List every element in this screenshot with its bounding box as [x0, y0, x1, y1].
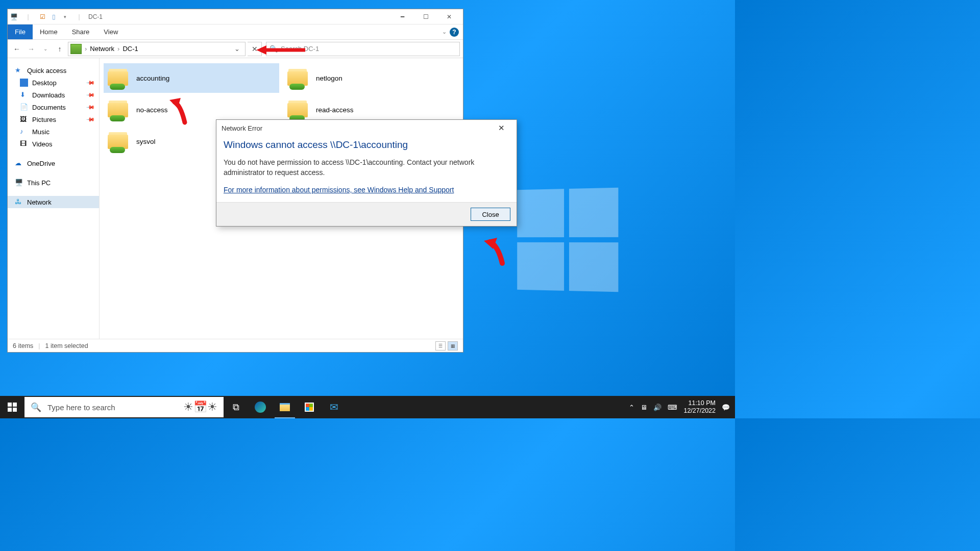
- sidebar-item-desktop[interactable]: Desktop📌: [8, 77, 99, 89]
- network-pc-icon: [70, 44, 82, 54]
- sidebar-this-pc[interactable]: 🖥️This PC: [8, 177, 99, 189]
- downloads-icon: ⬇: [20, 91, 28, 99]
- search-placeholder: Type here to search: [47, 403, 115, 412]
- pin-icon: 📌: [85, 114, 95, 124]
- network-icon: 🖧: [15, 198, 23, 206]
- forward-button[interactable]: →: [25, 43, 37, 55]
- qat-dropdown-icon[interactable]: ▾: [61, 13, 69, 21]
- dialog-help-link[interactable]: For more information about permissions, …: [224, 186, 509, 194]
- sidebar-network[interactable]: 🖧Network: [8, 196, 99, 208]
- tray-time: 11:10 PM: [683, 399, 716, 407]
- checkbox-icon[interactable]: ☑: [38, 13, 46, 21]
- pin-icon: 📌: [85, 90, 95, 99]
- search-icon: 🔍: [270, 45, 278, 53]
- network-error-dialog: Network Error ✕ Windows cannot access \\…: [216, 119, 517, 227]
- tray-network-icon[interactable]: 🖥: [641, 404, 647, 411]
- breadcrumb-sep: ›: [116, 45, 120, 53]
- sidebar-item-videos[interactable]: 🎞Videos: [8, 138, 99, 150]
- help-icon[interactable]: ?: [450, 28, 459, 37]
- shared-folder-icon: [108, 99, 129, 120]
- sidebar-label: OneDrive: [27, 160, 55, 167]
- tab-view[interactable]: View: [96, 24, 125, 39]
- star-icon: ★: [15, 66, 23, 74]
- up-button[interactable]: ↑: [54, 43, 66, 55]
- status-selection: 1 item selected: [45, 342, 88, 349]
- tab-file[interactable]: File: [8, 24, 33, 39]
- details-view-button[interactable]: ☰: [435, 341, 446, 350]
- folder-netlogon[interactable]: netlogon: [283, 63, 459, 93]
- dialog-close-button[interactable]: ✕: [491, 121, 511, 135]
- address-dropdown-icon[interactable]: ⌄: [231, 45, 243, 53]
- sidebar-item-label: Pictures: [32, 116, 56, 123]
- sidebar-label: Network: [27, 198, 52, 206]
- shared-folder-icon: [287, 99, 309, 120]
- maximize-button[interactable]: ☐: [414, 10, 437, 24]
- tray-notifications-icon[interactable]: 💬: [722, 404, 730, 411]
- titlebar[interactable]: 🖥️ | ☑ ▯ ▾ | DC-1 ━ ☐ ✕: [8, 9, 463, 24]
- folder-accounting[interactable]: accounting: [104, 63, 279, 93]
- navigation-bar: ← → ⌄ ↑ › Network › DC-1 ⌄ ✕ 🔍 Search DC…: [8, 40, 463, 58]
- properties-icon[interactable]: ▯: [50, 13, 58, 21]
- pin-icon: 📌: [85, 78, 95, 87]
- recent-dropdown[interactable]: ⌄: [39, 43, 52, 55]
- taskbar-app-edge[interactable]: [248, 396, 273, 418]
- icons-view-button[interactable]: ▦: [448, 341, 458, 350]
- separator: |: [38, 342, 40, 349]
- dialog-titlebar[interactable]: Network Error ✕: [216, 120, 517, 136]
- taskbar-search[interactable]: 🔍 Type here to search ☀📅☀: [24, 397, 224, 417]
- desktop-windows-logo: [517, 188, 618, 292]
- status-item-count: 6 items: [13, 342, 33, 349]
- sidebar-onedrive[interactable]: ☁OneDrive: [8, 157, 99, 169]
- tab-share[interactable]: Share: [65, 24, 97, 39]
- pictures-icon: 🖼: [20, 115, 28, 123]
- taskbar-app-store[interactable]: [297, 396, 322, 418]
- system-tray: ⌃ 🖥 🔊 ⌨ 11:10 PM 12/27/2022 💬: [624, 399, 735, 415]
- ribbon-tabs: File Home Share View ⌄ ?: [8, 24, 463, 40]
- address-bar[interactable]: › Network › DC-1 ⌄: [68, 42, 246, 56]
- sidebar-item-label: Videos: [32, 140, 53, 148]
- sidebar-label: Quick access: [27, 67, 66, 74]
- dialog-message: You do not have permission to access \\D…: [224, 158, 509, 178]
- dialog-title: Network Error: [222, 124, 262, 132]
- sidebar-item-pictures[interactable]: 🖼Pictures📌: [8, 113, 99, 126]
- tray-clock[interactable]: 11:10 PM 12/27/2022: [683, 399, 716, 415]
- start-button[interactable]: [0, 396, 24, 418]
- pc-icon: 🖥️: [10, 13, 18, 21]
- shared-folder-icon: [108, 67, 129, 89]
- videos-icon: 🎞: [20, 140, 28, 148]
- stop-refresh-button[interactable]: ✕: [248, 42, 262, 56]
- tab-home[interactable]: Home: [33, 24, 65, 39]
- navigation-pane: ★ Quick access Desktop📌 ⬇Downloads📌 📄Doc…: [8, 58, 100, 339]
- sidebar-quick-access[interactable]: ★ Quick access: [8, 64, 99, 77]
- sidebar-item-downloads[interactable]: ⬇Downloads📌: [8, 89, 99, 101]
- search-icon: 🔍: [31, 402, 41, 413]
- breadcrumb-network[interactable]: Network: [88, 45, 116, 53]
- breadcrumb-current[interactable]: DC-1: [120, 45, 140, 53]
- dialog-heading: Windows cannot access \\DC-1\accounting: [224, 139, 509, 151]
- music-icon: ♪: [20, 128, 28, 136]
- annotation-arrow: [484, 238, 512, 268]
- minimize-button[interactable]: ━: [390, 10, 414, 24]
- onedrive-icon: ☁: [15, 159, 23, 167]
- back-button[interactable]: ←: [11, 43, 23, 55]
- sidebar-item-documents[interactable]: 📄Documents📌: [8, 101, 99, 113]
- sidebar-item-music[interactable]: ♪Music: [8, 126, 99, 138]
- tray-volume-icon[interactable]: 🔊: [653, 404, 662, 411]
- tray-overflow-icon[interactable]: ⌃: [629, 404, 634, 411]
- task-view-button[interactable]: ⧉: [224, 396, 248, 418]
- folder-label: sysvol: [136, 138, 156, 145]
- weather-widget-icon[interactable]: ☀📅☀: [183, 400, 217, 414]
- taskbar-app-explorer[interactable]: [273, 396, 297, 418]
- shared-folder-icon: [108, 131, 129, 152]
- dialog-close-ok-button[interactable]: Close: [471, 208, 510, 221]
- sidebar-item-label: Music: [32, 128, 50, 136]
- folder-label: netlogon: [316, 74, 342, 82]
- taskbar: 🔍 Type here to search ☀📅☀ ⧉ ✉ ⌃ 🖥 🔊 ⌨ 11…: [0, 396, 735, 418]
- search-input[interactable]: 🔍 Search DC-1: [266, 42, 460, 56]
- taskbar-app-mail[interactable]: ✉: [322, 396, 346, 418]
- close-button[interactable]: ✕: [437, 10, 461, 24]
- tray-input-icon[interactable]: ⌨: [668, 404, 677, 411]
- folder-label: no-access: [136, 106, 168, 114]
- expand-ribbon-icon[interactable]: ⌄: [442, 29, 447, 35]
- folder-label: read-access: [316, 106, 354, 114]
